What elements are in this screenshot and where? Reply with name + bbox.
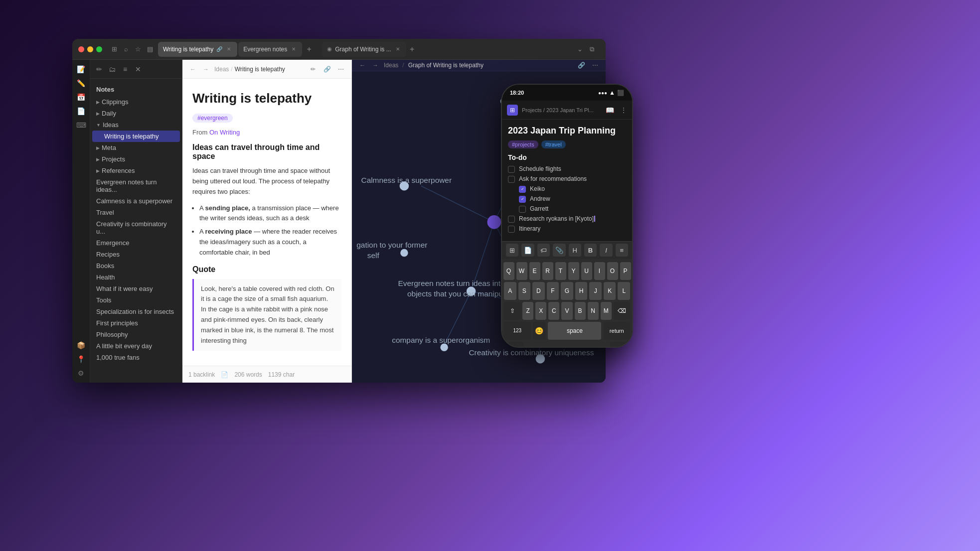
fullscreen-button[interactable] — [96, 46, 102, 52]
kb-list-icon[interactable]: ≡ — [616, 244, 628, 257]
close-sidebar-icon[interactable]: ✕ — [133, 64, 143, 74]
nav-icon-files[interactable]: 📄 — [76, 106, 87, 117]
sidebar-item-first-principles[interactable]: First principles — [90, 317, 182, 329]
key-p[interactable]: P — [620, 262, 631, 280]
tab-add-graph-button[interactable]: + — [406, 43, 418, 55]
tab-close-button[interactable]: ✕ — [225, 46, 232, 53]
sidebar-item-tools[interactable]: Tools — [90, 294, 182, 306]
checkbox-itinerary[interactable] — [508, 226, 515, 233]
key-z[interactable]: Z — [522, 302, 533, 320]
key-emoji[interactable]: 😊 — [533, 322, 546, 340]
back-button[interactable]: ← — [187, 64, 198, 75]
kb-tag-icon[interactable]: 🏷 — [537, 244, 550, 257]
checkbox-ask-recommendations[interactable] — [508, 176, 515, 183]
key-y[interactable]: Y — [568, 262, 579, 280]
sidebar-item-ideas[interactable]: ▼ Ideas — [90, 119, 182, 131]
tab-add-button[interactable]: + — [303, 43, 315, 55]
checkbox-keiko[interactable]: ✓ — [519, 186, 526, 193]
bookmark-icon[interactable]: ☆ — [134, 45, 142, 53]
new-folder-icon[interactable]: 🗂 — [107, 64, 117, 74]
checkbox-research-ryokans[interactable] — [508, 216, 515, 223]
key-x[interactable]: X — [535, 302, 546, 320]
kb-clip-icon[interactable]: 📎 — [553, 244, 565, 257]
graph-more-icon[interactable]: ⋯ — [590, 60, 601, 71]
kb-italic-icon[interactable]: I — [600, 244, 612, 257]
key-r[interactable]: R — [542, 262, 553, 280]
key-t[interactable]: T — [555, 262, 566, 280]
sidebar-item-calmness[interactable]: Calmness is a superpower — [90, 195, 182, 207]
forward-button[interactable]: → — [200, 64, 211, 75]
key-n[interactable]: N — [588, 302, 599, 320]
phone-tag-travel[interactable]: #travel — [541, 140, 566, 148]
evergreen-tag[interactable]: #evergreen — [192, 114, 233, 123]
nav-icon-pen[interactable]: ✏️ — [76, 78, 87, 89]
key-i[interactable]: I — [594, 262, 605, 280]
key-m[interactable]: M — [601, 302, 612, 320]
phone-tag-projects[interactable]: #projects — [508, 140, 538, 148]
graph-back-button[interactable]: ← — [357, 60, 368, 71]
edit-icon[interactable]: ✏ — [308, 64, 319, 75]
key-d[interactable]: D — [532, 282, 545, 300]
from-link[interactable]: On Writing — [209, 129, 240, 136]
sidebar-item-evergreen[interactable]: Evergreen notes turn ideas... — [90, 176, 182, 195]
kb-grid-icon[interactable]: ⊞ — [506, 244, 518, 257]
sidebar-item-creativity[interactable]: Creativity is combinatory u... — [90, 218, 182, 237]
checkbox-schedule-flights[interactable] — [508, 166, 515, 173]
key-q[interactable]: Q — [503, 262, 514, 280]
key-c[interactable]: C — [548, 302, 559, 320]
sidebar-item-health[interactable]: Health — [90, 272, 182, 283]
graph-link-icon[interactable]: 🔗 — [576, 60, 587, 71]
sidebar-item-recipes[interactable]: Recipes — [90, 249, 182, 260]
key-w[interactable]: W — [516, 262, 527, 280]
key-b[interactable]: B — [575, 302, 586, 320]
kb-bold-icon[interactable]: B — [584, 244, 597, 257]
sidebar-item-books[interactable]: Books — [90, 260, 182, 272]
split-view-icon[interactable]: ⧉ — [588, 45, 596, 53]
link-icon[interactable]: 🔗 — [322, 64, 332, 75]
graph-node-organism[interactable] — [440, 343, 448, 351]
new-note-icon[interactable]: ✏ — [94, 64, 104, 74]
minimize-button[interactable] — [87, 46, 93, 52]
graph-node-chasm[interactable] — [400, 249, 408, 257]
phone-more-icon[interactable]: ⋮ — [620, 106, 627, 114]
kb-h-icon[interactable]: H — [569, 244, 581, 257]
key-h[interactable]: H — [575, 282, 588, 300]
breadcrumb-parent[interactable]: Ideas — [214, 66, 229, 73]
folder-icon[interactable]: ⊞ — [110, 45, 118, 53]
tab-writing-is-telepathy[interactable]: Writing is telepathy 🔗 ✕ — [158, 42, 237, 57]
nav-icon-archive[interactable]: 📦 — [76, 340, 87, 351]
key-return[interactable]: return — [603, 322, 630, 340]
key-space[interactable]: space — [548, 322, 601, 340]
key-s[interactable]: S — [518, 282, 531, 300]
graph-breadcrumb-parent[interactable]: Ideas — [384, 62, 398, 69]
sidebar-item-philosophy[interactable]: Philosophy — [90, 329, 182, 340]
graph-node-writing-telepathy[interactable] — [487, 215, 501, 229]
nav-icon-settings[interactable]: ⚙ — [76, 368, 87, 379]
close-button[interactable] — [78, 46, 84, 52]
sidebar-item-travel[interactable]: Travel — [90, 207, 182, 218]
tab-close-button[interactable]: ✕ — [394, 46, 401, 53]
key-shift[interactable]: ⇧ — [504, 302, 520, 320]
sidebar-item-writing-is-telepathy[interactable]: Writing is telepathy — [92, 131, 180, 142]
sidebar-item-projects[interactable]: ▶ Projects — [90, 153, 182, 165]
key-g[interactable]: G — [561, 282, 573, 300]
sidebar-item-clippings[interactable]: ▶ Clippings — [90, 96, 182, 108]
key-123[interactable]: 123 — [504, 322, 531, 340]
key-l[interactable]: L — [618, 282, 630, 300]
more-options-icon[interactable]: ⋯ — [335, 64, 346, 75]
sidebar-item-1000-fans[interactable]: 1,000 true fans — [90, 352, 182, 363]
checkbox-andrew[interactable]: ✓ — [519, 196, 526, 203]
window-menu-icon[interactable]: ⌄ — [576, 45, 584, 53]
nav-icon-terminal[interactable]: ⌨ — [76, 120, 87, 131]
tab-close-button[interactable]: ✕ — [290, 46, 297, 53]
checkbox-garrett[interactable] — [519, 206, 526, 213]
sidebar-item-what-if[interactable]: What if it were easy — [90, 283, 182, 294]
tab-graph[interactable]: ◉ Graph of Writing is ... ✕ — [322, 42, 406, 57]
key-o[interactable]: O — [607, 262, 618, 280]
phone-book-icon[interactable]: 📖 — [606, 106, 614, 114]
key-j[interactable]: J — [589, 282, 602, 300]
nav-icon-calendar[interactable]: 📅 — [76, 92, 87, 103]
key-u[interactable]: U — [581, 262, 592, 280]
key-backspace[interactable]: ⌫ — [614, 302, 630, 320]
sidebar-item-meta[interactable]: ▶ Meta — [90, 142, 182, 153]
